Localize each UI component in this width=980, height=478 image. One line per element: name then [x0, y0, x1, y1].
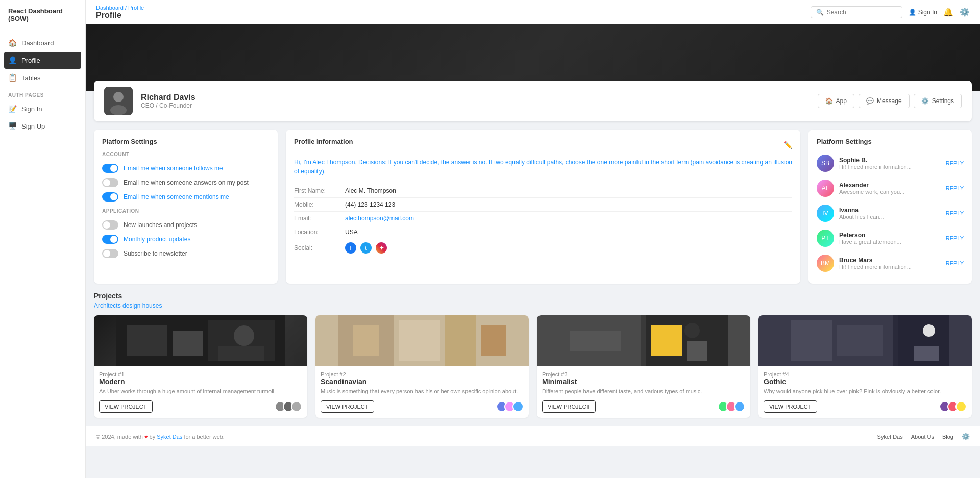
signup-icon: 🖥️ [8, 122, 16, 130]
footer-links: Syket Das About Us Blog ⚙️ [877, 433, 970, 440]
msg-name-bruce: Bruce Mars [839, 257, 941, 264]
project-footer-1: VIEW PROJECT [99, 400, 302, 413]
project-body-3: Project #3 Minimalist Different people h… [537, 366, 750, 418]
account-section-label: ACCOUNT [102, 152, 270, 157]
project-image-2 [315, 315, 529, 366]
reply-button-ivanna[interactable]: REPLY [946, 210, 964, 216]
message-button[interactable]: 💬 Message [859, 94, 910, 108]
twitter-icon[interactable]: t [360, 242, 372, 254]
reply-button-peterson[interactable]: REPLY [946, 235, 964, 241]
firstname-label: First Name: [294, 187, 345, 194]
facebook-icon[interactable]: f [345, 242, 356, 254]
msg-info-bruce: Bruce Mars Hi! I need more information..… [839, 257, 941, 270]
signin-label: Sign In [918, 9, 937, 16]
footer-for-text: for a better web. [184, 434, 225, 440]
msg-info-sophie: Sophie B. Hi! I need more information... [839, 157, 941, 170]
info-row-firstname: First Name: Alec M. Thompson [294, 184, 792, 198]
message-item-alexander: AL Alexander Awesome work, can you... RE… [817, 177, 964, 200]
msg-name-sophie: Sophie B. [839, 157, 941, 164]
toggle-launches-slider [102, 220, 118, 230]
avatar-ivanna: IV [817, 205, 834, 222]
profile-role: CEO / Co-Founder [141, 102, 810, 109]
sidebar-item-tables[interactable]: 📋 Tables [0, 69, 85, 86]
toggle-mentions-control[interactable] [102, 192, 118, 202]
project-card-2: Project #2 Scandinavian Music is somethi… [315, 315, 529, 418]
project-image-1 [94, 315, 307, 366]
footer-link-about[interactable]: About Us [911, 434, 934, 440]
view-project-4-button[interactable]: VIEW PROJECT [764, 400, 817, 413]
settings-gear-icon[interactable]: ⚙️ [960, 7, 970, 17]
reply-button-sophie[interactable]: REPLY [946, 160, 964, 166]
footer-settings-icon[interactable]: ⚙️ [962, 433, 970, 440]
toggle-launches-label: New launches and projects [124, 221, 197, 229]
avatar-alexander: AL [817, 180, 834, 197]
project-number-4: Project #4 [764, 371, 967, 378]
toggle-updates-control[interactable] [102, 235, 118, 244]
profile-info-header: Richard Davis CEO / Co-Founder [141, 93, 810, 109]
footer-brand-name[interactable]: Syket Das [157, 434, 182, 440]
platform-settings-right-card: Platform Settings SB Sophie B. Hi! I nee… [808, 130, 972, 284]
sidebar-item-signup[interactable]: 🖥️ Sign Up [0, 117, 85, 135]
project-desc-1: As Uber works through a huge amount of i… [99, 388, 302, 395]
email-value: alecthompson@mail.com [345, 215, 414, 222]
toggle-launches-control[interactable] [102, 220, 118, 230]
view-project-3-button[interactable]: VIEW PROJECT [542, 400, 596, 413]
footer-link-brand[interactable]: Syket Das [877, 434, 903, 440]
app-icon: 🏠 [825, 97, 833, 105]
project-name-4: Gothic [764, 378, 967, 386]
svg-rect-26 [837, 325, 883, 356]
view-project-2-button[interactable]: VIEW PROJECT [321, 400, 374, 413]
project-footer-4: VIEW PROJECT [764, 400, 967, 413]
svg-rect-21 [570, 331, 621, 351]
toggle-updates-label: Monthly product updates [124, 236, 190, 243]
svg-rect-14 [353, 325, 379, 356]
signin-button[interactable]: 👤 Sign In [909, 9, 937, 16]
profile-name: Richard Davis [141, 93, 810, 102]
msg-name-peterson: Peterson [839, 232, 941, 239]
svg-rect-28 [914, 346, 939, 361]
toggle-follows-control[interactable] [102, 164, 118, 173]
project-footer-2: VIEW PROJECT [321, 400, 524, 413]
toggle-answers-control[interactable] [102, 178, 118, 187]
toggle-updates: Monthly product updates [102, 232, 270, 246]
project-card-4: Project #4 Gothic Why would anyone pick … [758, 315, 972, 418]
sidebar-item-dashboard[interactable]: 🏠 Dashboard [0, 34, 85, 52]
sidebar-item-profile[interactable]: 👤 Profile [4, 52, 81, 69]
app-button[interactable]: 🏠 App [818, 94, 854, 108]
settings-button[interactable]: ⚙️ Settings [914, 94, 962, 108]
toggle-newsletter-control[interactable] [102, 249, 118, 258]
search-input[interactable] [827, 9, 897, 16]
msg-info-peterson: Peterson Have a great afternoon... [839, 232, 941, 245]
reply-button-bruce[interactable]: REPLY [946, 260, 964, 266]
toggle-newsletter-label: Subscribe to newsletter [124, 250, 187, 257]
msg-preview-peterson: Have a great afternoon... [839, 239, 941, 245]
app-label: App [836, 97, 847, 105]
msg-info-ivanna: Ivanna About files I can... [839, 207, 941, 220]
footer-by-text: by [150, 434, 156, 440]
msg-name-ivanna: Ivanna [839, 207, 941, 214]
svg-rect-4 [127, 325, 167, 356]
search-box: 🔍 [811, 6, 902, 18]
footer-link-blog[interactable]: Blog [942, 434, 953, 440]
svg-point-19 [684, 323, 700, 338]
sidebar-label-dashboard: Dashboard [21, 39, 54, 47]
info-row-email: Email: alecthompson@mail.com [294, 212, 792, 225]
project-body-4: Project #4 Gothic Why would anyone pick … [758, 366, 972, 418]
reply-button-alexander[interactable]: REPLY [946, 185, 964, 191]
sidebar-item-signin[interactable]: 📝 Sign In [0, 100, 85, 117]
breadcrumb: Dashboard / Profile [96, 5, 144, 11]
notification-bell-icon[interactable]: 🔔 [943, 7, 953, 17]
profile-info-card: Profile Information ✏️ Hi, I'm Alec Thom… [286, 130, 800, 284]
topbar-left: Dashboard / Profile Profile [96, 5, 144, 20]
breadcrumb-sep: / [125, 5, 127, 11]
instagram-icon[interactable]: ✦ [376, 242, 387, 254]
projects-subtitle: Architects design houses [94, 302, 972, 309]
footer-copyright: © 2024, made with ♥ by Syket Das for a b… [96, 434, 225, 440]
project-name-3: Minimalist [542, 378, 745, 386]
view-project-1-button[interactable]: VIEW PROJECT [99, 400, 153, 413]
svg-rect-25 [791, 320, 832, 361]
project-3-avatar-3 [734, 401, 745, 412]
profile-card: Richard Davis CEO / Co-Founder 🏠 App 💬 M… [94, 81, 972, 121]
breadcrumb-home[interactable]: Dashboard [96, 5, 124, 11]
edit-icon[interactable]: ✏️ [783, 141, 792, 149]
